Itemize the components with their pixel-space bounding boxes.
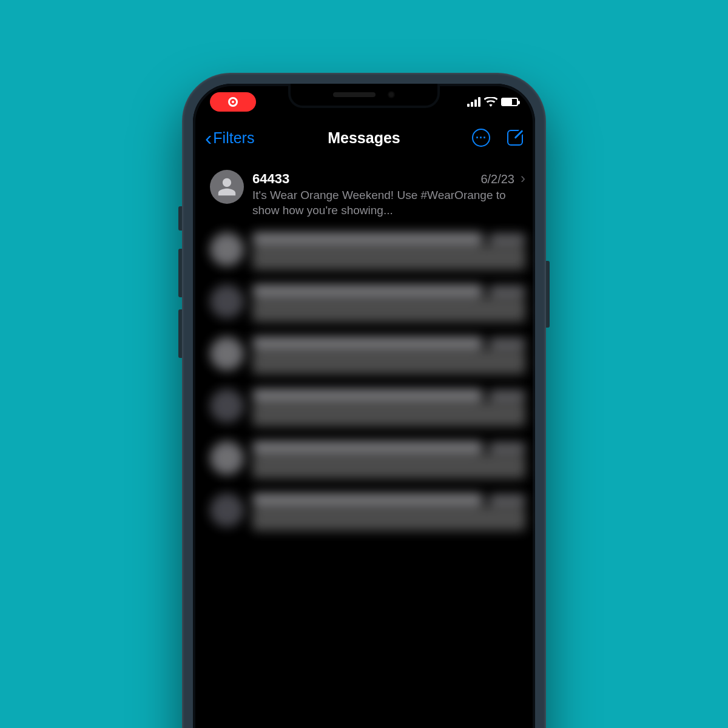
- sender-name: XXXX: [252, 441, 483, 453]
- battery-icon: [501, 98, 518, 106]
- avatar: [210, 232, 244, 266]
- chevron-left-icon: ‹: [205, 127, 212, 148]
- sender-name: XX XXXX XXX-XXXX: [252, 285, 483, 297]
- message-preview: xxx xxxx, xx x xxxxxxxx. xxxx xxx x xxxx…: [252, 507, 525, 531]
- chevron-right-icon: ›: [521, 170, 525, 187]
- power-button: [546, 261, 550, 328]
- person-icon: [217, 177, 237, 197]
- speaker-grill: [333, 92, 376, 97]
- record-icon: [228, 97, 238, 107]
- sender-name: 64433: [252, 171, 474, 187]
- notch: [288, 84, 440, 108]
- sender-name: XX XXXX XXX-XXXX: [252, 493, 483, 505]
- avatar: [210, 285, 244, 318]
- phone-frame: ‹ Filters Messages ··· 64433 6/2/23 ›: [182, 73, 546, 728]
- sender-name: XXXX XXXXXXX, XXXX & XXXXXX...: [252, 337, 483, 349]
- screen: ‹ Filters Messages ··· 64433 6/2/23 ›: [193, 84, 535, 728]
- ringer-switch: [178, 206, 182, 231]
- conversation-row-blurred[interactable]: XX XXXX XXX-XXXXXXXXxxx xxxx, xx x xxxxx…: [193, 486, 535, 538]
- conversation-date: XXXX: [489, 390, 525, 401]
- avatar: [210, 493, 244, 527]
- conversation-date: XXXX: [489, 286, 525, 297]
- message-preview: xxxxxxxx xxxxx x xxxx xx xxxx xxxxxxxx x…: [252, 402, 525, 426]
- message-preview: xxxx xx 😊 xxx xxxxx xxxxxx. xxxx xxx xxx…: [252, 298, 525, 322]
- navigation-bar: ‹ Filters Messages ···: [193, 120, 535, 155]
- wifi-icon: [484, 97, 497, 107]
- volume-down-button: [178, 309, 182, 358]
- conversation-row-blurred[interactable]: XXXXXXXXXxxxxxxxx xxxxxxxxxx xxxxxxxxxxx…: [193, 225, 535, 277]
- conversation-date: 6/2/23: [480, 172, 514, 186]
- avatar: [210, 441, 244, 475]
- conversation-row-blurred[interactable]: XXXXXXXXxxxxx xx xxx xxxx xxxx xxxxxxxxx: [193, 434, 535, 486]
- back-button[interactable]: ‹ Filters: [205, 127, 254, 148]
- conversation-date: XXXX: [489, 442, 525, 453]
- message-preview: xxxxxxxx xxxxxxxxxx xxxxxxxxxxxx xxxxx: [252, 246, 525, 270]
- avatar: [210, 170, 244, 204]
- message-preview: It's Wear Orange Weekend! Use #WearOrang…: [252, 188, 525, 218]
- conversation-date: XXXX: [489, 338, 525, 349]
- message-preview: xxxx xx xxx xxxx xx xxxxx xxxxx xxxxx, x…: [252, 350, 525, 374]
- conversation-list[interactable]: 64433 6/2/23 › It's Wear Orange Weekend!…: [193, 163, 535, 728]
- screen-recording-indicator[interactable]: [210, 92, 256, 112]
- sender-name: XXXX XXXXXX: [252, 389, 483, 401]
- conversation-row-blurred[interactable]: XXXX XXXXXXX, XXXX & XXXXXX...XXXXxxxx x…: [193, 329, 535, 382]
- conversation-row-blurred[interactable]: XX XXXX XXX-XXXXXXXXxxxx xx 😊 xxx xxxxx …: [193, 277, 535, 329]
- front-camera: [388, 91, 395, 98]
- avatar: [210, 337, 244, 371]
- conversation-date: XXXX: [489, 494, 525, 505]
- back-label: Filters: [213, 129, 254, 147]
- avatar: [210, 389, 244, 423]
- compose-button[interactable]: [507, 130, 523, 146]
- conversation-row[interactable]: 64433 6/2/23 › It's Wear Orange Weekend!…: [193, 163, 535, 225]
- volume-up-button: [178, 249, 182, 297]
- cellular-signal-icon: [467, 97, 480, 107]
- sender-name: XXXXX: [252, 232, 483, 244]
- more-options-icon[interactable]: ···: [472, 129, 490, 147]
- conversation-date: XXXX: [489, 234, 525, 244]
- message-preview: xxxxx xx xxx xxxx xxxx xxxxxxxxx: [252, 454, 525, 479]
- conversation-row-blurred[interactable]: XXXX XXXXXXXXXXxxxxxxxx xxxxx x xxxx xx …: [193, 382, 535, 434]
